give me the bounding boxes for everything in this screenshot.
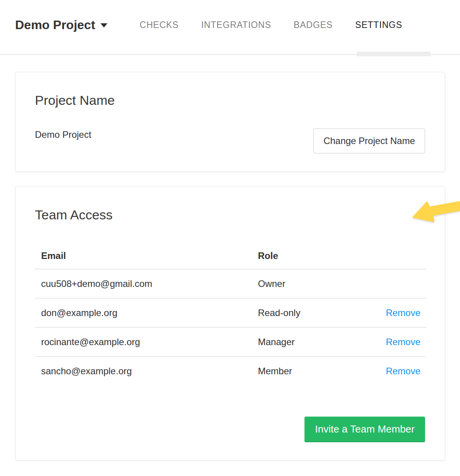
table-row: cuu508+demo@gmail.com Owner bbox=[35, 269, 427, 298]
member-role: Owner bbox=[258, 278, 359, 289]
current-project-name: Demo Project bbox=[35, 129, 91, 141]
project-switcher-dropdown[interactable]: Demo Project bbox=[15, 17, 107, 33]
table-header-row: Email Role bbox=[35, 243, 427, 269]
member-role: Manager bbox=[258, 337, 359, 347]
member-email: rocinante@example.org bbox=[35, 337, 258, 347]
remove-member-link[interactable]: Remove bbox=[386, 337, 420, 347]
remove-member-link[interactable]: Remove bbox=[386, 366, 420, 376]
member-email: cuu508+demo@gmail.com bbox=[35, 278, 258, 289]
member-email: don@example.org bbox=[35, 307, 258, 318]
project-switcher-label: Demo Project bbox=[15, 18, 95, 32]
member-role: Member bbox=[258, 366, 359, 377]
team-members-table: Email Role cuu508+demo@gmail.com Owner d… bbox=[35, 243, 427, 385]
tab-settings[interactable]: SETTINGS bbox=[355, 20, 402, 30]
main-nav: CHECKS INTEGRATIONS BADGES SETTINGS bbox=[140, 20, 402, 30]
table-row: don@example.org Read-only Remove bbox=[35, 298, 427, 327]
team-access-card-title: Team Access bbox=[35, 207, 112, 222]
table-row: sancho@example.org Member Remove bbox=[35, 356, 427, 385]
top-nav: Demo Project CHECKS INTEGRATIONS BADGES … bbox=[0, 0, 460, 55]
project-name-card: Project Name Demo Project Change Project… bbox=[15, 72, 445, 172]
member-actions: Remove bbox=[359, 366, 427, 377]
invite-team-member-button[interactable]: Invite a Team Member bbox=[304, 417, 425, 442]
change-project-name-button[interactable]: Change Project Name bbox=[313, 129, 425, 153]
table-row: rocinante@example.org Manager Remove bbox=[35, 327, 427, 356]
member-role: Read-only bbox=[258, 307, 359, 318]
tab-checks[interactable]: CHECKS bbox=[140, 20, 179, 30]
caret-down-icon bbox=[100, 23, 107, 28]
member-actions: Remove bbox=[359, 337, 427, 347]
tab-integrations[interactable]: INTEGRATIONS bbox=[201, 20, 271, 30]
column-header-email: Email bbox=[35, 250, 258, 261]
member-actions: Remove bbox=[359, 307, 427, 318]
active-tab-indicator bbox=[357, 52, 431, 56]
tab-badges[interactable]: BADGES bbox=[294, 20, 333, 30]
team-access-card: Team Access Email Role cuu508+demo@gmail… bbox=[15, 186, 445, 461]
member-email: sancho@example.org bbox=[35, 366, 258, 377]
remove-member-link[interactable]: Remove bbox=[386, 307, 420, 318]
project-name-card-title: Project Name bbox=[35, 92, 115, 108]
column-header-role: Role bbox=[258, 250, 359, 261]
